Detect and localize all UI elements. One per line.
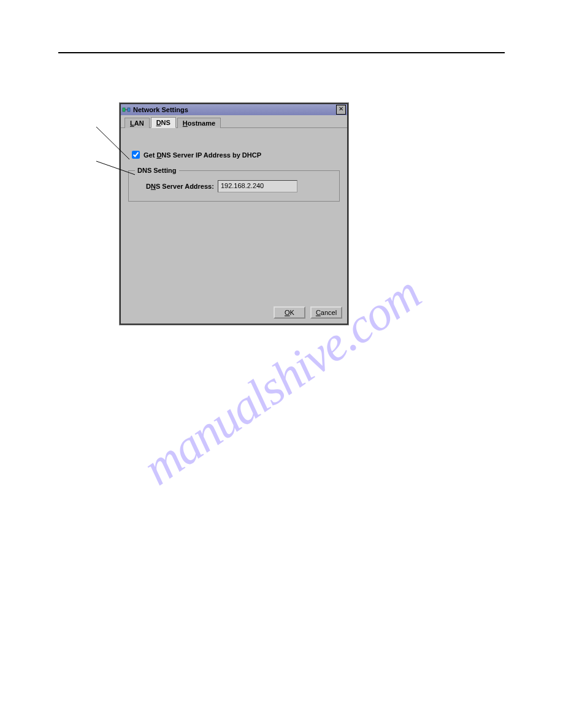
tab-hostname-label: ostname (188, 119, 215, 127)
network-settings-dialog: Network Settings ✕ LAN DNS Hostname Get … (120, 103, 348, 325)
get-dns-by-dhcp-checkbox[interactable] (132, 151, 140, 159)
ok-button[interactable]: OK (274, 306, 305, 319)
dns-server-address-input[interactable]: 192.168.2.240 (218, 180, 297, 192)
fld-pre: D (146, 183, 151, 190)
cancel-rest: ancel (321, 309, 337, 316)
chk-label-rest: NS Server IP Address by DHCP (161, 151, 261, 159)
ok-mn: O (285, 309, 290, 316)
dhcp-checkbox-row: Get DNS Server IP Address by DHCP (129, 149, 339, 161)
tab-lan[interactable]: LAN (124, 118, 150, 128)
get-dns-by-dhcp-label: Get DNS Server IP Address by DHCP (144, 151, 261, 159)
app-icon (122, 105, 131, 114)
titlebar-text: Network Settings (133, 106, 336, 113)
tab-dns[interactable]: DNS (151, 117, 176, 128)
svg-rect-1 (128, 108, 130, 112)
tab-strip: LAN DNS Hostname (121, 115, 347, 128)
tab-hostname[interactable]: Hostname (177, 118, 221, 128)
dns-setting-group: DNS Setting DNS Server Address: 192.168.… (128, 167, 340, 202)
tab-lan-label: AN (134, 119, 144, 127)
fld-rest: S Server Address: (156, 183, 214, 190)
dns-setting-legend: DNS Setting (135, 167, 179, 174)
tab-dns-label: NS (161, 119, 170, 126)
fld-mn: N (151, 183, 156, 190)
dns-server-address-label: DNS Server Address: (146, 183, 214, 190)
cancel-button[interactable]: Cancel (310, 306, 342, 319)
dns-server-row: DNS Server Address: 192.168.2.240 (146, 180, 333, 192)
titlebar: Network Settings ✕ (121, 104, 347, 115)
svg-rect-0 (123, 108, 125, 112)
cancel-mn: C (316, 309, 321, 316)
page-divider (58, 52, 505, 53)
button-row: OK Cancel (121, 303, 347, 324)
dns-panel: Get DNS Server IP Address by DHCP DNS Se… (121, 128, 347, 303)
chk-label-prefix: Get (144, 151, 156, 159)
ok-rest: K (290, 309, 294, 316)
close-icon[interactable]: ✕ (336, 105, 346, 115)
